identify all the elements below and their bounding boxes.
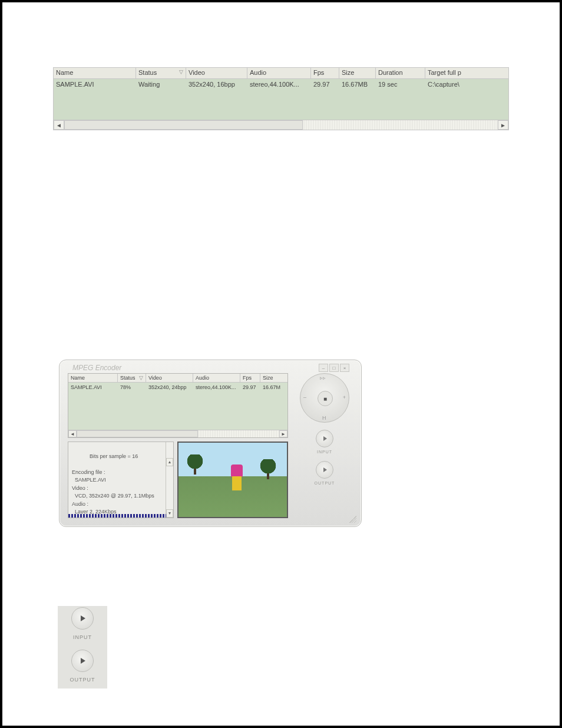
scroll-left-icon[interactable]: ◄ [54,120,64,130]
enc-cell-audio: stereo,44.100K... [193,383,240,391]
cell-audio: stereo,44.100K... [247,80,311,89]
encoder-left-pane: Name Status ▽ Video Audio Fps Size SAMPL… [68,373,288,519]
cell-target: C:\capture\ [425,80,508,89]
source-file-list: Name Status ▽ Video Audio Fps Size Durat… [53,67,509,130]
close-icon[interactable]: × [340,364,349,372]
cell-size: 16.67MB [339,80,376,89]
encoder-log-text: Bits per sample = 16 Encoding file : SAM… [72,453,154,515]
navpad-left-icon[interactable]: – [303,394,306,400]
enc-cell-size: 16.67M [260,383,287,391]
navigation-pad[interactable]: ▹▹ H – + ■ [300,373,349,423]
encode-progress-bar [68,514,166,518]
cell-fps: 29.97 [311,80,339,89]
scroll-down-icon[interactable]: ▼ [166,509,173,518]
encoder-horizontal-scrollbar[interactable]: ◄ ► [68,430,287,437]
cell-video: 352x240, 16bpp [186,80,247,89]
maximize-icon[interactable]: □ [329,364,339,372]
scroll-right-icon[interactable]: ► [498,120,508,130]
horizontal-scrollbar[interactable]: ◄ ► [54,120,508,130]
enc-col-video[interactable]: Video [146,374,193,382]
cell-status: Waiting [136,80,186,89]
column-header-fps[interactable]: Fps [311,68,339,78]
encoder-file-row[interactable]: SAMPLE.AVI 78% 352x240, 24bpp stereo,44.… [68,383,287,391]
encoder-log-panel: Bits per sample = 16 Encoding file : SAM… [68,442,174,518]
golfer-legs [232,476,242,490]
input-output-detail: INPUT OUTPUT [58,606,107,689]
golfer-figure [229,462,244,496]
play-input-label: INPUT [317,450,332,454]
play-output-label: OUTPUT [315,481,335,485]
column-header-status-label: Status [138,69,157,76]
play-output-button-large[interactable] [71,650,94,672]
enc-col-status[interactable]: Status ▽ [118,374,146,382]
log-vertical-scrollbar[interactable]: ▲ ▼ [166,442,173,518]
encoder-file-list: Name Status ▽ Video Audio Fps Size SAMPL… [68,373,288,438]
navpad-up-icon[interactable]: ▹▹ [320,375,326,381]
column-header-audio[interactable]: Audio [247,68,311,78]
play-input-button-large[interactable] [71,607,94,630]
file-list-row[interactable]: SAMPLE.AVI Waiting 352x240, 16bpp stereo… [54,79,508,89]
file-list-header: Name Status ▽ Video Audio Fps Size Durat… [54,68,508,79]
sort-indicator-icon: ▽ [139,375,143,381]
resize-grip-icon[interactable] [349,516,356,523]
scroll-thumb[interactable] [77,430,198,437]
sort-indicator-icon: ▽ [179,69,183,75]
enc-cell-name: SAMPLE.AVI [68,383,118,391]
scroll-left-icon[interactable]: ◄ [68,430,77,437]
scroll-track[interactable] [77,430,279,437]
navpad-right-icon[interactable]: + [343,394,346,400]
enc-cell-fps: 29.97 [240,383,260,391]
scroll-track[interactable] [64,120,498,130]
cell-duration: 19 sec [376,80,425,89]
cell-name: SAMPLE.AVI [54,80,136,89]
stop-button-icon[interactable]: ■ [318,391,333,406]
enc-cell-status: 78% [118,383,146,391]
scroll-up-icon[interactable]: ▲ [166,458,173,466]
play-output-button[interactable] [316,461,333,479]
window-control-buttons: – □ × [319,364,349,372]
play-input-label-large: INPUT [73,634,92,640]
tree-icon [260,459,276,476]
mpeg-encoder-window: MPEG Encoder – □ × Name Status ▽ Video A… [59,360,362,527]
navpad-down-icon[interactable]: H [322,415,326,421]
enc-col-fps[interactable]: Fps [240,374,260,382]
column-header-size[interactable]: Size [339,68,376,78]
column-header-video[interactable]: Video [186,68,247,78]
column-header-status[interactable]: Status ▽ [136,68,186,78]
column-header-duration[interactable]: Duration [376,68,425,78]
scroll-right-icon[interactable]: ► [279,430,287,437]
encoder-header-row: Name Status ▽ Video Audio Fps Size [68,374,287,383]
enc-col-size[interactable]: Size [260,374,287,382]
video-preview [177,442,288,518]
scroll-thumb[interactable] [64,120,303,130]
enc-col-status-label: Status [120,375,135,381]
file-list-body: SAMPLE.AVI Waiting 352x240, 16bpp stereo… [54,79,508,119]
minimize-icon[interactable]: – [319,364,328,372]
window-title: MPEG Encoder [59,360,361,372]
play-output-label-large: OUTPUT [70,677,95,683]
column-header-name[interactable]: Name [54,68,136,78]
enc-col-audio[interactable]: Audio [193,374,240,382]
play-input-button[interactable] [316,430,333,447]
golfer-torso [231,465,243,477]
tree-icon [187,454,203,471]
enc-cell-video: 352x240, 24bpp [146,383,193,391]
enc-col-name[interactable]: Name [68,374,118,382]
encoder-control-panel: ▹▹ H – + ■ INPUT OUTPUT [296,373,353,519]
column-header-target[interactable]: Target full p [425,68,508,78]
